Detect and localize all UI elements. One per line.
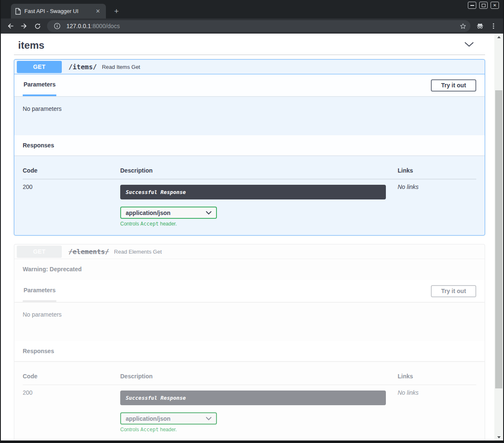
deprecated-warning: Warning: Deprecated: [14, 259, 485, 280]
accept-header-note: Controls Accept header.: [120, 221, 398, 227]
page-scrollbar[interactable]: [494, 34, 503, 440]
col-header-links: Links: [398, 164, 476, 179]
media-type-select[interactable]: application/json: [120, 412, 217, 425]
operation-summary: Read Items Get: [102, 64, 140, 70]
close-button[interactable]: ✕: [491, 2, 499, 9]
responses-title: Responses: [23, 348, 54, 354]
col-header-code: Code: [23, 164, 120, 179]
operation-path: /elements/: [69, 248, 109, 256]
no-parameters-text: No parameters: [23, 311, 62, 318]
tab-title: Fast API - Swagger UI: [24, 8, 91, 14]
response-description-cell: Successful Response application/json Con…: [120, 179, 398, 227]
maximize-icon: [482, 4, 486, 7]
browser-toolbar: 127.0.0.1:8000/docs: [1, 18, 503, 34]
forward-icon: [20, 22, 28, 30]
opblock-get-items: GET /items/ Read Items Get Parameters Tr…: [14, 59, 485, 236]
tab-close-icon[interactable]: ✕: [94, 8, 102, 15]
back-button[interactable]: [5, 21, 16, 31]
titlebar: Fast API - Swagger UI ✕ + ✕: [1, 0, 503, 18]
responses-table: Code Description Links 200 Successful Re…: [23, 164, 476, 227]
tab-parameters[interactable]: Parameters: [23, 74, 56, 96]
tab-parameters[interactable]: Parameters: [23, 280, 56, 302]
new-tab-button[interactable]: +: [111, 6, 122, 17]
no-parameters-text: No parameters: [23, 105, 62, 112]
incognito-icon: [476, 22, 484, 30]
accept-code: Accept: [140, 221, 158, 227]
response-code: 200: [23, 385, 120, 433]
address-bar[interactable]: 127.0.0.1:8000/docs: [47, 20, 470, 32]
bookmark-star-button[interactable]: [458, 21, 468, 31]
responses-body: Code Description Links 200 Successful Re…: [14, 155, 485, 235]
collapse-section-button[interactable]: [458, 40, 480, 51]
scroll-down-icon: [497, 436, 501, 438]
minimize-icon: [470, 5, 474, 6]
reload-icon: [34, 23, 41, 30]
responses-header: Responses: [14, 341, 485, 361]
responses-title: Responses: [23, 142, 54, 149]
media-type-value: application/json: [126, 415, 171, 422]
swagger-ui: items GET /items/ Read Items Get Paramet…: [14, 34, 485, 440]
opblock-get-elements-deprecated: GET /elements/ Read Elements Get Warning…: [14, 244, 485, 440]
col-header-description: Description: [120, 164, 398, 179]
tag-title: items: [18, 39, 45, 51]
media-type-select[interactable]: application/json: [120, 207, 217, 219]
response-code: 200: [23, 179, 120, 227]
col-header-description: Description: [120, 370, 398, 385]
parameters-body: No parameters: [14, 96, 485, 135]
try-it-out-button[interactable]: Try it out: [431, 285, 476, 297]
window-controls: ✕: [468, 2, 499, 9]
response-description: Successful Response: [120, 391, 386, 405]
response-description: Successful Response: [120, 185, 386, 199]
maximize-button[interactable]: [479, 2, 488, 9]
page-content: items GET /items/ Read Items Get Paramet…: [1, 34, 503, 440]
opblock-summary[interactable]: GET /elements/ Read Elements Get: [14, 244, 485, 259]
parameters-header: Parameters Try it out: [14, 280, 485, 302]
scroll-down-button[interactable]: [494, 434, 503, 440]
reload-button[interactable]: [32, 21, 43, 31]
tag-section-header[interactable]: items: [14, 34, 485, 55]
incognito-badge: [475, 21, 486, 31]
browser-tab[interactable]: Fast API - Swagger UI ✕: [11, 4, 106, 18]
page-favicon-icon: [15, 8, 21, 15]
star-icon: [459, 23, 467, 30]
responses-body: Code Description Links 200 Successful Re…: [14, 361, 485, 440]
responses-table: Code Description Links 200 Successful Re…: [23, 370, 476, 433]
method-badge: GET: [17, 246, 62, 258]
select-chevron-icon: [206, 211, 211, 215]
select-chevron-icon: [206, 417, 211, 420]
scroll-up-icon: [497, 36, 501, 38]
col-header-code: Code: [23, 370, 120, 385]
media-type-value: application/json: [126, 210, 171, 216]
try-it-out-button[interactable]: Try it out: [431, 79, 476, 92]
accept-header-note: Controls Accept header.: [120, 427, 398, 433]
minimize-button[interactable]: [468, 2, 476, 9]
parameters-header: Parameters Try it out: [14, 74, 485, 96]
parameters-body: No parameters: [14, 302, 485, 341]
responses-header: Responses: [14, 135, 485, 155]
accept-code: Accept: [140, 427, 158, 433]
scroll-up-button[interactable]: [494, 34, 503, 40]
close-icon: ✕: [493, 3, 496, 8]
url-host: 127.0.0.1: [66, 23, 91, 29]
kebab-menu-icon: [490, 23, 497, 29]
operation-path: /items/: [69, 63, 97, 71]
forward-button[interactable]: [18, 21, 29, 31]
method-badge: GET: [17, 61, 62, 73]
scrollbar-thumb[interactable]: [495, 90, 502, 388]
site-info-icon[interactable]: [52, 21, 62, 31]
response-links: No links: [398, 179, 476, 227]
back-icon: [7, 22, 14, 30]
response-description-cell: Successful Response application/json Con…: [120, 385, 398, 433]
browser-window: Fast API - Swagger UI ✕ + ✕ 127.0.0.1:80…: [0, 0, 504, 443]
response-links: No links: [398, 385, 476, 433]
chevron-down-icon: [464, 42, 474, 47]
col-header-links: Links: [398, 370, 476, 385]
opblock-summary[interactable]: GET /items/ Read Items Get: [14, 60, 485, 74]
url-path: :8000/docs: [91, 23, 120, 29]
browser-menu-button[interactable]: [488, 21, 499, 31]
operation-summary: Read Elements Get: [114, 249, 161, 255]
url-text: 127.0.0.1:8000/docs: [66, 23, 458, 29]
